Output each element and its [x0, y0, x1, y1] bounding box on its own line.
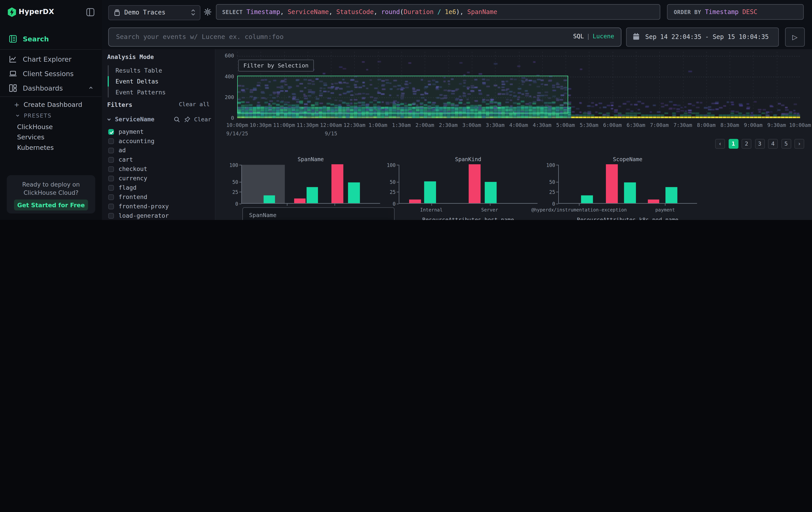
y-tick-mark — [397, 182, 399, 183]
checkbox[interactable] — [108, 157, 114, 162]
outlier-bar[interactable] — [331, 164, 343, 203]
heatmap-time-label: 9:30am — [767, 122, 786, 128]
filter-by-selection-button[interactable]: Filter by Selection — [238, 60, 314, 72]
heatmap-time-label: 8:00am — [697, 122, 716, 128]
checkbox[interactable] — [108, 138, 114, 144]
inlier-bar[interactable] — [348, 182, 360, 203]
filter-option-servicename[interactable]: load-generator — [108, 211, 211, 220]
pagination-page-2[interactable]: 2 — [742, 139, 751, 149]
x-tick-label: Server — [481, 207, 498, 212]
clear-filter-button[interactable]: Clear — [194, 116, 211, 123]
pagination-page-5[interactable]: 5 — [781, 139, 791, 149]
outlier-bar[interactable] — [648, 200, 660, 203]
sidebar-item-kubernetes[interactable]: Kubernetes — [17, 143, 54, 152]
get-started-button[interactable]: Get Started for Free — [14, 199, 88, 210]
pagination-page-3[interactable]: 3 — [755, 139, 765, 149]
dashboards-grid-icon — [9, 84, 17, 92]
lucene-toggle[interactable]: Lucene — [593, 33, 614, 40]
chart-tooltip: SpanName Error: Visa cache full: cannot … — [242, 207, 395, 220]
x-tick-label: @hyperdx/instrumentation-exception — [531, 207, 627, 212]
outlier-bar[interactable] — [606, 164, 618, 203]
clear-all-button[interactable]: Clear all — [179, 101, 210, 108]
filter-group-header-servicename[interactable]: ServiceNameClear — [106, 115, 211, 123]
filters-title: Filters — [107, 101, 132, 108]
filter-option-servicename[interactable]: frontend — [108, 192, 211, 202]
checkbox[interactable] — [108, 176, 114, 181]
sidebar-item-chart-explorer[interactable]: Chart Explorer — [0, 52, 102, 66]
checkbox[interactable] — [108, 213, 114, 219]
orderby-column — [701, 8, 705, 16]
checkbox[interactable] — [108, 147, 114, 153]
outlier-bar[interactable] — [469, 164, 481, 203]
outlier-bar[interactable] — [294, 198, 306, 203]
filter-option-servicename[interactable]: cart — [108, 155, 211, 164]
filter-option-servicename[interactable]: frontend-proxy — [108, 202, 211, 211]
filter-option-servicename[interactable]: payment — [108, 127, 211, 136]
heatmap-time-label: 4:00am — [510, 122, 528, 128]
checkbox[interactable] — [108, 166, 114, 172]
checkbox[interactable] — [108, 185, 114, 191]
inlier-bar[interactable] — [424, 181, 436, 203]
inlier-bar[interactable] — [581, 195, 593, 203]
pagination-next[interactable]: › — [794, 139, 804, 149]
filter-option-label: flagd — [118, 184, 137, 191]
order-by-input[interactable]: ORDER BY Timestamp DESC — [667, 4, 804, 20]
checkbox[interactable] — [108, 129, 114, 134]
laptop-icon — [9, 70, 17, 78]
source-selector-value: Demo Traces — [124, 9, 166, 16]
inlier-bar[interactable] — [485, 182, 496, 203]
orderby-direction: DESC — [743, 8, 757, 16]
filter-option-servicename[interactable]: accounting — [108, 136, 211, 145]
x-tick-mark — [665, 204, 665, 206]
filter-option-servicename[interactable]: currency — [108, 173, 211, 183]
heatmap-date-label: 9/15 — [325, 131, 337, 136]
search-icon[interactable] — [173, 116, 180, 123]
language-toggle[interactable]: SQL|Lucene — [573, 33, 614, 40]
pagination-prev[interactable]: ‹ — [715, 139, 725, 149]
pin-icon[interactable] — [184, 116, 191, 123]
pagination-page-4[interactable]: 4 — [768, 139, 778, 149]
inlier-bar[interactable] — [263, 195, 275, 203]
inlier-bar[interactable] — [307, 187, 318, 203]
toggle-separator: | — [584, 33, 592, 40]
checkbox[interactable] — [108, 194, 114, 200]
chevron-down-icon[interactable] — [106, 116, 112, 122]
heatmap-selection-region[interactable] — [237, 76, 568, 113]
y-tick-mark — [397, 165, 399, 165]
analysis-mode-option-results-table[interactable]: Results Table — [115, 65, 162, 76]
filter-option-servicename[interactable]: ad — [108, 145, 211, 155]
analysis-mode-option-event-deltas[interactable]: Event Deltas — [115, 76, 158, 87]
source-selector[interactable]: Demo Traces — [108, 5, 201, 20]
select-clause-input[interactable]: SELECT Timestamp, ServiceName, StatusCod… — [216, 4, 660, 20]
heatmap-time-label: 4:30am — [533, 122, 551, 128]
filter-option-label: cart — [118, 156, 133, 163]
chart-title-resourceattributes-k8s-pod-name: ResourceAttributes.k8s.pod.name — [558, 217, 697, 220]
filter-option-servicename[interactable]: flagd — [108, 183, 211, 192]
sql-toggle[interactable]: SQL — [573, 33, 584, 40]
presets-toggle[interactable]: PRESETS — [15, 112, 52, 119]
checkbox[interactable] — [108, 204, 114, 209]
sidebar-item-clickhouse[interactable]: ClickHouse — [17, 123, 53, 131]
inlier-bar[interactable] — [624, 182, 636, 203]
filter-option-label: frontend — [118, 193, 147, 200]
filter-option-servicename[interactable]: checkout — [108, 164, 211, 173]
outlier-bar[interactable] — [409, 200, 421, 203]
run-query-button[interactable]: ▷ — [785, 27, 805, 47]
sidebar-item-services[interactable]: Services — [17, 133, 45, 141]
inlier-bar[interactable] — [666, 187, 677, 203]
sidebar-item-search[interactable]: Search — [0, 32, 102, 46]
collapse-sidebar-icon[interactable] — [86, 8, 95, 17]
gear-icon[interactable] — [203, 8, 212, 17]
heatmap-time-label: 10:00am — [789, 122, 811, 128]
sidebar-item-client-sessions[interactable]: Client Sessions — [0, 66, 102, 81]
pagination-page-1[interactable]: 1 — [728, 139, 738, 149]
heatmap-time-label: 2:00am — [415, 122, 434, 128]
date-range-picker[interactable]: Sep 14 22:04:35 - Sep 15 10:04:35 — [626, 27, 779, 47]
create-dashboard-button[interactable]: +Create Dashboard — [14, 101, 82, 108]
analysis-mode-option-event-patterns[interactable]: Event Patterns — [115, 87, 166, 98]
filter-option-label: ad — [118, 147, 126, 154]
heatmap-time-label: 10:30pm — [250, 122, 271, 128]
sidebar-item-dashboards[interactable]: Dashboards — [0, 81, 102, 95]
select-clause-tokens: Timestamp, ServiceName, StatusCode, roun… — [243, 8, 497, 16]
search-input[interactable]: Search your events w/ Lucene ex. column:… — [108, 27, 621, 47]
